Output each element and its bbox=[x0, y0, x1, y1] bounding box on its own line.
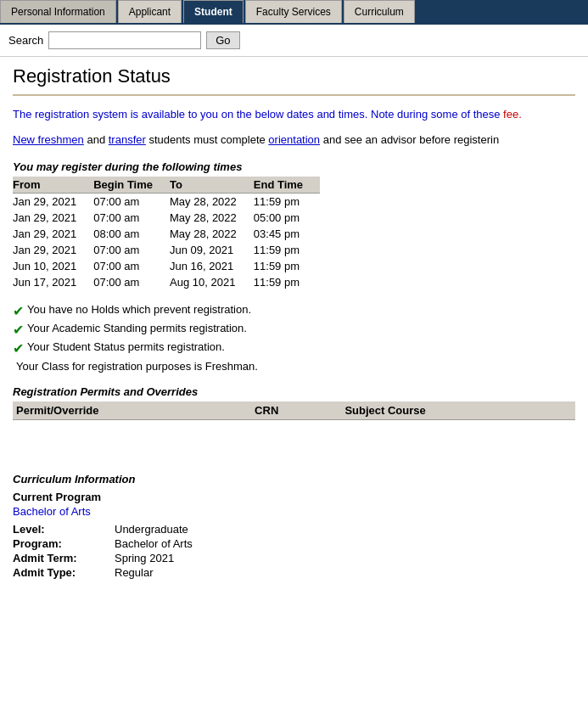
curriculum-row-value: Regular bbox=[115, 566, 154, 579]
col-end-time: End Time bbox=[254, 177, 320, 194]
current-program-value: Bachelor of Arts bbox=[13, 505, 575, 518]
reg-times-title: You may register during the following ti… bbox=[13, 160, 575, 173]
transfer-link[interactable]: transfer bbox=[109, 133, 146, 146]
info-note: fee. bbox=[503, 108, 522, 121]
curriculum-row-label: Level: bbox=[13, 523, 115, 536]
reg-times-header-row: From Begin Time To End Time bbox=[13, 177, 320, 194]
new-freshmen-link[interactable]: New freshmen bbox=[13, 133, 84, 146]
curriculum-section: Curriculum Information Current Program B… bbox=[13, 473, 575, 579]
table-row: Jun 10, 202107:00 amJun 16, 202111:59 pm bbox=[13, 258, 320, 274]
col-permit-override: Permit/Override bbox=[13, 401, 251, 420]
permits-table: Permit/Override CRN Subject Course bbox=[13, 401, 575, 456]
page-title: Registration Status bbox=[13, 65, 575, 87]
search-input[interactable] bbox=[48, 31, 201, 49]
table-row: Jan 29, 202107:00 amJun 09, 202111:59 pm bbox=[13, 242, 320, 258]
permits-header-row: Permit/Override CRN Subject Course bbox=[13, 401, 575, 420]
check-icon-academic: ✔ bbox=[13, 322, 24, 338]
col-begin-time: Begin Time bbox=[93, 177, 170, 194]
curriculum-row-value: Spring 2021 bbox=[115, 552, 174, 564]
table-row: Jan 29, 202107:00 amMay 28, 202211:59 pm bbox=[13, 194, 320, 211]
permits-empty-row2 bbox=[13, 438, 575, 456]
table-row: Jun 17, 202107:00 amAug 10, 202111:59 pm bbox=[13, 274, 320, 290]
curriculum-row: Admit Term:Spring 2021 bbox=[13, 552, 575, 564]
check-icon-holds: ✔ bbox=[13, 303, 24, 319]
freshmen-text2: students must complete bbox=[148, 133, 268, 146]
class-status-text: Your Class for registration purposes is … bbox=[16, 360, 575, 373]
col-crn: CRN bbox=[251, 401, 341, 420]
freshmen-text: New freshmen and transfer students must … bbox=[13, 132, 575, 149]
status-checks: ✔ You have no Holds which prevent regist… bbox=[13, 303, 575, 373]
curriculum-row-label: Program: bbox=[13, 537, 115, 550]
tab-curriculum[interactable]: Curriculum bbox=[344, 0, 415, 23]
curriculum-row-label: Admit Term: bbox=[13, 552, 115, 564]
freshmen-and: and bbox=[87, 133, 108, 146]
status-academic-text: Your Academic Standing permits registrat… bbox=[27, 322, 247, 334]
search-bar: Search Go bbox=[0, 25, 588, 57]
curriculum-row-label: Admit Type: bbox=[13, 566, 115, 579]
nav-tabs: Personal Information Applicant Student F… bbox=[0, 0, 588, 25]
status-check-academic: ✔ Your Academic Standing permits registr… bbox=[13, 322, 575, 338]
orientation-link[interactable]: orientation bbox=[268, 133, 320, 146]
tab-applicant[interactable]: Applicant bbox=[118, 0, 182, 23]
curriculum-rows: Level:UndergraduateProgram:Bachelor of A… bbox=[13, 523, 575, 579]
curriculum-row-value: Bachelor of Arts bbox=[115, 537, 193, 550]
freshmen-text3: and see an advisor before registerin bbox=[323, 133, 499, 146]
tab-personal-information[interactable]: Personal Information bbox=[0, 0, 116, 23]
search-label: Search bbox=[8, 34, 43, 47]
permits-empty-row bbox=[13, 419, 575, 438]
curriculum-row: Level:Undergraduate bbox=[13, 523, 575, 536]
curriculum-row: Program:Bachelor of Arts bbox=[13, 537, 575, 550]
registration-times-section: You may register during the following ti… bbox=[13, 160, 575, 290]
info-main-text: The registration system is available to … bbox=[13, 108, 500, 121]
info-text: The registration system is available to … bbox=[13, 106, 575, 123]
permits-title: Registration Permits and Overrides bbox=[13, 385, 575, 398]
status-check-holds: ✔ You have no Holds which prevent regist… bbox=[13, 303, 575, 319]
current-program-label: Current Program bbox=[13, 491, 575, 503]
col-to: To bbox=[170, 177, 254, 194]
status-check-student: ✔ Your Student Status permits registrati… bbox=[13, 340, 575, 356]
table-row: Jan 29, 202108:00 amMay 28, 202203:45 pm bbox=[13, 226, 320, 242]
reg-times-table: From Begin Time To End Time Jan 29, 2021… bbox=[13, 177, 320, 290]
table-row: Jan 29, 202107:00 amMay 28, 202205:00 pm bbox=[13, 210, 320, 226]
main-content: Registration Status The registration sys… bbox=[0, 57, 588, 589]
curriculum-row-value: Undergraduate bbox=[115, 523, 188, 536]
permits-section: Registration Permits and Overrides Permi… bbox=[13, 385, 575, 456]
tab-student[interactable]: Student bbox=[183, 0, 244, 23]
check-icon-student: ✔ bbox=[13, 340, 24, 356]
curriculum-row: Admit Type:Regular bbox=[13, 566, 575, 579]
tab-faculty-services[interactable]: Faculty Services bbox=[245, 0, 342, 23]
title-divider bbox=[13, 94, 575, 96]
curriculum-title: Curriculum Information bbox=[13, 473, 575, 486]
status-student-text: Your Student Status permits registration… bbox=[27, 340, 225, 353]
status-holds-text: You have no Holds which prevent registra… bbox=[27, 303, 251, 316]
col-subject-course: Subject Course bbox=[341, 401, 575, 420]
search-go-button[interactable]: Go bbox=[206, 31, 239, 49]
col-from: From bbox=[13, 177, 93, 194]
